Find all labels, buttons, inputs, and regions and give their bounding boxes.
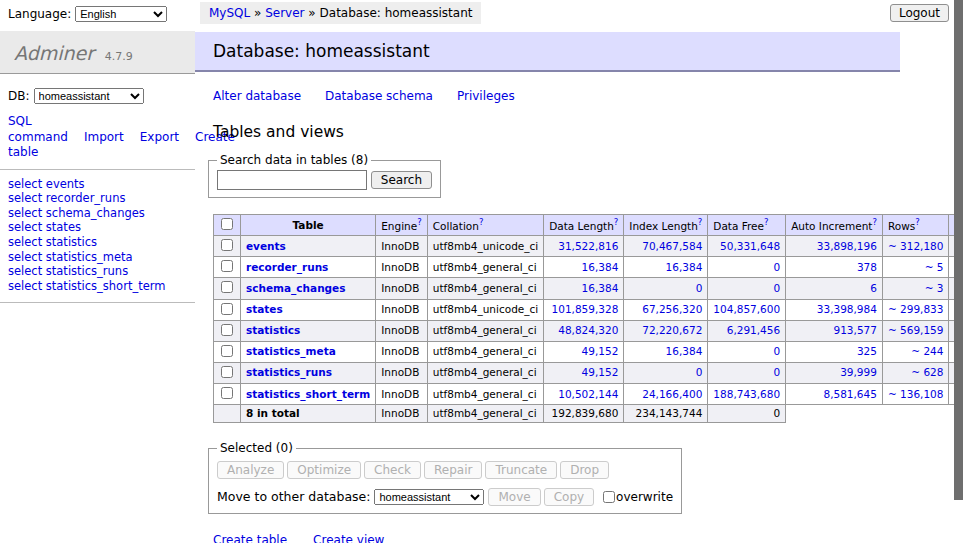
auto-increment-link[interactable]: 33,398,984 (817, 303, 877, 315)
sidebar-select-link[interactable]: select events (8, 178, 187, 192)
table-name-link[interactable]: statistics (246, 324, 300, 336)
check-button[interactable]: Check (364, 461, 421, 479)
auto-increment-link[interactable]: 6 (870, 282, 877, 294)
index-length-link[interactable]: 67,256,320 (642, 303, 702, 315)
scrollbar-thumb[interactable] (954, 0, 963, 500)
data-length-link[interactable]: 16,384 (582, 261, 619, 273)
data-length-link[interactable]: 10,502,144 (558, 388, 618, 400)
row-checkbox[interactable] (221, 366, 233, 378)
row-checkbox[interactable] (221, 281, 233, 293)
truncate-button[interactable]: Truncate (485, 461, 557, 479)
data-free-link[interactable]: 6,291,456 (727, 324, 780, 336)
select-all-checkbox[interactable] (221, 218, 233, 230)
auto-increment-link[interactable]: 8,581,645 (823, 388, 876, 400)
create-link[interactable]: Create view (313, 533, 384, 543)
index-length-link[interactable]: 16,384 (666, 261, 703, 273)
table-name-link[interactable]: events (246, 240, 286, 252)
rows-link[interactable]: ~ 136,108 (888, 388, 944, 400)
data-free-link[interactable]: 0 (773, 366, 780, 378)
sidebar-select-link[interactable]: select recorder_runs (8, 192, 187, 206)
index-length-link[interactable]: 16,384 (666, 345, 703, 357)
auto-increment-link[interactable]: 913,577 (834, 324, 877, 336)
optimize-button[interactable]: Optimize (287, 461, 361, 479)
index-length-link[interactable]: 0 (696, 282, 703, 294)
drop-button[interactable]: Drop (560, 461, 609, 479)
auto-increment-link[interactable]: 39,999 (840, 366, 877, 378)
row-checkbox[interactable] (221, 303, 233, 315)
sidebar-link[interactable]: Import (84, 130, 124, 144)
sidebar-select-link[interactable]: select statistics (8, 236, 187, 250)
sidebar-select-link[interactable]: select statistics_short_term (8, 280, 187, 294)
table-name-link[interactable]: statistics_short_term (246, 388, 370, 400)
row-checkbox[interactable] (221, 324, 233, 336)
search-input[interactable] (217, 170, 367, 190)
row-checkbox[interactable] (221, 239, 233, 251)
vertical-scrollbar[interactable] (954, 0, 966, 543)
index-length-link[interactable]: 70,467,584 (642, 240, 702, 252)
data-length-link[interactable]: 31,522,816 (558, 240, 618, 252)
data-free-link[interactable]: 50,331,648 (720, 240, 780, 252)
analyze-button[interactable]: Analyze (217, 461, 284, 479)
column-help-link[interactable]: ? (698, 217, 703, 227)
sidebar-link[interactable]: SQL command (8, 114, 68, 144)
move-button[interactable]: Move (488, 488, 540, 506)
column-help-link[interactable]: ? (614, 217, 619, 227)
row-checkbox[interactable] (221, 260, 233, 272)
data-free-link[interactable]: 0 (773, 261, 780, 273)
column-help-link[interactable]: ? (872, 217, 877, 227)
search-button[interactable]: Search (371, 171, 432, 189)
rows-link[interactable]: ~ 569,159 (888, 324, 944, 336)
rows-link[interactable]: ~ 312,180 (888, 240, 944, 252)
index-length-link[interactable]: 0 (696, 366, 703, 378)
sidebar-select-link[interactable]: select schema_changes (8, 207, 187, 221)
rows-link[interactable]: ~ 299,833 (888, 303, 944, 315)
sidebar-select-link[interactable]: select statistics_runs (8, 265, 187, 279)
data-length-link[interactable]: 49,152 (582, 345, 619, 357)
auto-increment-link[interactable]: 378 (857, 261, 877, 273)
language-select[interactable]: English (75, 6, 167, 22)
copy-button[interactable]: Copy (544, 488, 594, 506)
column-help-link[interactable]: ? (764, 217, 769, 227)
rows-link[interactable]: ~ 244 (911, 345, 943, 357)
table-name-link[interactable]: statistics_meta (246, 345, 336, 357)
move-database-select[interactable]: homeassistant (374, 489, 484, 505)
database-action-link[interactable]: Database schema (325, 89, 433, 103)
table-name-link[interactable]: schema_changes (246, 282, 346, 294)
breadcrumb-item[interactable]: MySQL (209, 6, 250, 20)
row-checkbox[interactable] (221, 345, 233, 357)
database-action-link[interactable]: Privileges (457, 89, 515, 103)
rows-link[interactable]: ~ 628 (911, 366, 943, 378)
data-length-link[interactable]: 48,824,320 (558, 324, 618, 336)
auto-increment-link[interactable]: 325 (857, 345, 877, 357)
data-free-link[interactable]: 104,857,600 (713, 303, 780, 315)
sidebar-link[interactable]: Export (140, 130, 179, 144)
column-help-link[interactable]: ? (479, 217, 484, 227)
data-free-link[interactable]: 0 (773, 282, 780, 294)
overwrite-checkbox[interactable] (603, 491, 615, 503)
app-name-link[interactable]: Adminer (14, 42, 94, 64)
index-length-link[interactable]: 72,220,672 (642, 324, 702, 336)
rows-link[interactable]: ~ 3 (925, 282, 944, 294)
database-action-link[interactable]: Alter database (213, 89, 301, 103)
row-checkbox[interactable] (221, 387, 233, 399)
table-name-link[interactable]: states (246, 303, 283, 315)
auto-increment-link[interactable]: 33,898,196 (817, 240, 877, 252)
db-select[interactable]: homeassistant (34, 88, 144, 104)
logout-button[interactable]: Logout (890, 4, 949, 22)
create-link[interactable]: Create table (213, 533, 287, 543)
column-help-link[interactable]: ? (417, 217, 422, 227)
table-name-link[interactable]: statistics_runs (246, 366, 332, 378)
data-free-link[interactable]: 0 (773, 345, 780, 357)
sidebar-select-link[interactable]: select statistics_meta (8, 251, 187, 265)
data-length-link[interactable]: 49,152 (582, 366, 619, 378)
table-name-link[interactable]: recorder_runs (246, 261, 328, 273)
data-length-link[interactable]: 101,859,328 (552, 303, 619, 315)
breadcrumb-item[interactable]: Server (265, 6, 304, 20)
index-length-link[interactable]: 24,166,400 (642, 388, 702, 400)
sidebar-select-link[interactable]: select states (8, 221, 187, 235)
column-help-link[interactable]: ? (915, 217, 920, 227)
data-free-link[interactable]: 188,743,680 (713, 388, 780, 400)
repair-button[interactable]: Repair (424, 461, 482, 479)
data-length-link[interactable]: 16,384 (582, 282, 619, 294)
rows-link[interactable]: ~ 5 (925, 261, 944, 273)
